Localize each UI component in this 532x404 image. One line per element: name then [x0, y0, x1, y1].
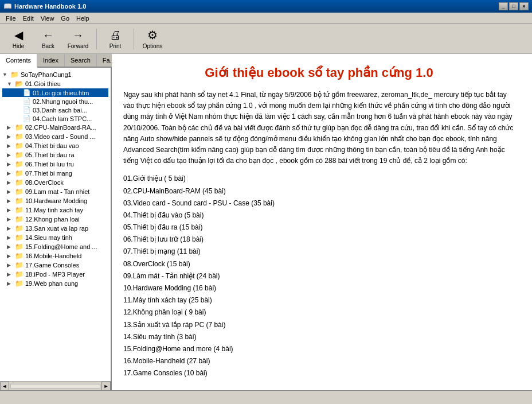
toggle-root: ▼: [2, 72, 10, 77]
toggle-ch02: ▶: [7, 125, 15, 130]
options-button[interactable]: ⚙ Options: [139, 26, 166, 52]
print-button[interactable]: 🖨 Print: [101, 26, 129, 52]
content-body: Ngay sau khi phát hành sổ tay net 4.1 Fi…: [123, 90, 515, 379]
toggle-ch10: ▶: [7, 198, 15, 204]
tree-item-ch06[interactable]: ▶ 📁 06.Thiet bi luu tru: [2, 160, 108, 169]
forward-label: Forward: [68, 43, 89, 49]
nav-scrollbar: ◄ ►: [0, 381, 111, 390]
scroll-track[interactable]: [10, 384, 100, 389]
tree-item-ch08[interactable]: ▶ 📁 08.OverClock: [2, 178, 108, 187]
toc-item-5: 06.Thiết bị lưu trữ (18 bài): [123, 234, 515, 245]
tree-item-ch01-1[interactable]: 📄 01.Loi gioi thieu.htm: [2, 88, 108, 97]
folder-icon-ch08: 📁: [15, 178, 24, 187]
hide-button[interactable]: ◀ Hide: [5, 26, 32, 52]
tree-item-ch11[interactable]: ▶ 📁 11.May tinh xach tay: [2, 205, 108, 215]
menu-edit[interactable]: Edit: [19, 14, 37, 23]
title-bar: 📖 Hardware Handbook 1.0 _ □ ×: [0, 0, 532, 13]
tree-item-ch02[interactable]: ▶ 📁 02.CPU-MainBoard-RA...: [2, 123, 108, 132]
nav-tabs: Contents Index Search Fa... ◄ ►: [0, 54, 111, 68]
window-controls: _ □ ×: [499, 2, 529, 10]
content-intro: Ngay sau khi phát hành sổ tay net 4.1 Fi…: [123, 90, 515, 166]
tree-label-ch16: 16.Mobile-Handheld: [25, 252, 81, 259]
toc-item-2: 03.Video card - Sound card - PSU - Case …: [123, 198, 515, 209]
tree-item-ch14[interactable]: ▶ 📁 14.Sieu may tinh: [2, 233, 108, 242]
toggle-ch05: ▶: [7, 152, 15, 158]
tree-item-ch01-2[interactable]: 📄 02.Nhung nguoi thu...: [2, 97, 108, 106]
tree-item-ch13[interactable]: ▶ 📁 13.San xuat va lap rap: [2, 224, 108, 233]
toc-item-12: 13.Sản xuất và lắp ráp PC (7 bài): [123, 320, 515, 331]
tree-item-ch04[interactable]: ▶ 📁 04.Thiet bi dau vao: [2, 141, 108, 150]
toolbar: ◀ Hide ← Back → Forward 🖨 Print ⚙ Option…: [0, 24, 532, 54]
tree-item-ch19[interactable]: ▶ 📁 19.Web phan cung: [2, 279, 108, 288]
tree-item-ch16[interactable]: ▶ 📁 16.Mobile-Handheld: [2, 251, 108, 261]
tree-item-ch17[interactable]: ▶ 📁 17.Game Consoles: [2, 261, 108, 270]
tree-item-ch09[interactable]: ▶ 📁 09.Lam mat - Tan nhiet: [2, 187, 108, 196]
toggle-ch12: ▶: [7, 216, 15, 222]
toggle-ch08: ▶: [7, 180, 15, 185]
tab-contents[interactable]: Contents: [0, 54, 37, 68]
forward-button[interactable]: → Forward: [64, 26, 92, 52]
app-icon: 📖: [3, 2, 12, 10]
tree-item-ch07[interactable]: ▶ 📁 07.Thiet bi mang: [2, 169, 108, 178]
toc-item-3: 04.Thiết bị đầu vào (5 bài): [123, 210, 515, 221]
toolbar-separator: [96, 29, 97, 49]
toc-item-0: 01.Giới thiệu ( 5 bài): [123, 173, 515, 184]
back-button[interactable]: ← Back: [34, 26, 62, 52]
tree-item-ch01-3[interactable]: 📄 03.Danh sach bai...: [2, 106, 108, 114]
folder-icon-root: 📁: [10, 71, 19, 79]
tab-index[interactable]: Index: [37, 54, 65, 67]
tree-label-ch03: 03.Video card - Sound ...: [25, 133, 95, 140]
tree-label-ch13: 13.San xuat va lap rap: [25, 225, 88, 232]
hide-label: Hide: [13, 43, 25, 49]
scroll-left[interactable]: ◄: [0, 382, 9, 391]
tree-item-ch12[interactable]: ▶ 📁 12.Khong phan loai: [2, 215, 108, 224]
tree-label-ch17: 17.Game Consoles: [25, 262, 79, 269]
folder-icon-ch10: 📁: [15, 197, 24, 205]
doc-icon-ch01-2: 📄: [23, 98, 31, 105]
print-label: Print: [109, 43, 122, 49]
tree-item-ch10[interactable]: ▶ 📁 10.Hardware Modding: [2, 196, 108, 205]
status-bar: [0, 390, 532, 404]
folder-icon-ch12: 📁: [15, 215, 24, 223]
tree-item-root[interactable]: ▼ 📁 SoTayPhanCung1: [2, 70, 108, 79]
menu-file[interactable]: File: [2, 14, 19, 23]
close-button[interactable]: ×: [519, 2, 529, 10]
doc-icon-ch01-4: 📄: [23, 115, 31, 122]
toc-item-14: 15.Folding@Home and more (4 bài): [123, 344, 515, 355]
menu-help[interactable]: Help: [73, 14, 93, 23]
tree-label-ch10: 10.Hardware Modding: [25, 197, 87, 204]
tree-item-ch18[interactable]: ▶ 📁 18.iPod - MP3 Player: [2, 270, 108, 279]
toc-item-10: 11.Máy tính xách tay (25 bài): [123, 295, 515, 306]
minimize-button[interactable]: _: [499, 2, 508, 10]
tree-item-ch03[interactable]: ▶ 📁 03.Video card - Sound ...: [2, 132, 108, 141]
toggle-ch11: ▶: [7, 207, 15, 213]
tree-label-ch01-2: 02.Nhung nguoi thu...: [33, 98, 93, 105]
folder-icon-ch14: 📁: [15, 234, 24, 242]
toc-item-13: 14.Siêu máy tính (3 bài): [123, 332, 515, 343]
toc-item-11: 12.Không phân loại ( 9 bài): [123, 307, 515, 318]
tree-item-ch15[interactable]: ▶ 📁 15.Folding@Home and ...: [2, 242, 108, 251]
tab-search[interactable]: Search: [65, 54, 97, 67]
tree-label-ch18: 18.iPod - MP3 Player: [25, 271, 85, 278]
toolbar-separator-2: [134, 29, 134, 49]
toc-item-1: 02.CPU-MainBoard-RAM (45 bài): [123, 186, 515, 197]
toc-item-16: 17.Game Consoles (10 bài): [123, 368, 515, 379]
folder-icon-ch05: 📁: [15, 151, 24, 159]
folder-icon-ch01: 📂: [15, 80, 24, 88]
tree-label-ch01-3: 03.Danh sach bai...: [33, 107, 87, 114]
toc-item-4: 05.Thiết bị đầu ra (15 bài): [123, 222, 515, 233]
tab-search-label: Search: [71, 57, 91, 64]
maximize-button[interactable]: □: [509, 2, 518, 10]
scroll-right[interactable]: ►: [101, 382, 111, 391]
menu-view[interactable]: View: [37, 14, 58, 23]
tree-item-ch05[interactable]: ▶ 📁 05.Thiet bi dau ra: [2, 150, 108, 160]
folder-icon-ch16: 📁: [15, 252, 24, 260]
options-icon: ⚙: [147, 28, 158, 42]
tree-label-ch15: 15.Folding@Home and ...: [25, 243, 97, 250]
tree-item-ch01-4[interactable]: 📄 04.Cach lam STPC...: [2, 114, 108, 123]
tree-item-ch01[interactable]: ▼ 📂 01.Gioi thieu: [2, 79, 108, 88]
menu-go[interactable]: Go: [57, 14, 73, 23]
back-label: Back: [42, 43, 54, 49]
toggle-ch04: ▶: [7, 143, 15, 149]
folder-icon-ch06: 📁: [15, 160, 24, 168]
